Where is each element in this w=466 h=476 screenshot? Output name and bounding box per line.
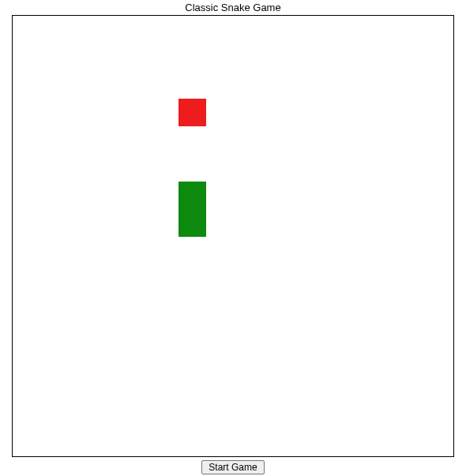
snake-segment bbox=[179, 182, 206, 209]
controls-bar: Start Game bbox=[201, 459, 264, 474]
game-board[interactable] bbox=[12, 15, 454, 457]
food-cell bbox=[179, 99, 206, 126]
snake-segment bbox=[179, 209, 206, 237]
game-title: Classic Snake Game bbox=[185, 2, 280, 13]
start-game-button[interactable]: Start Game bbox=[201, 460, 264, 474]
